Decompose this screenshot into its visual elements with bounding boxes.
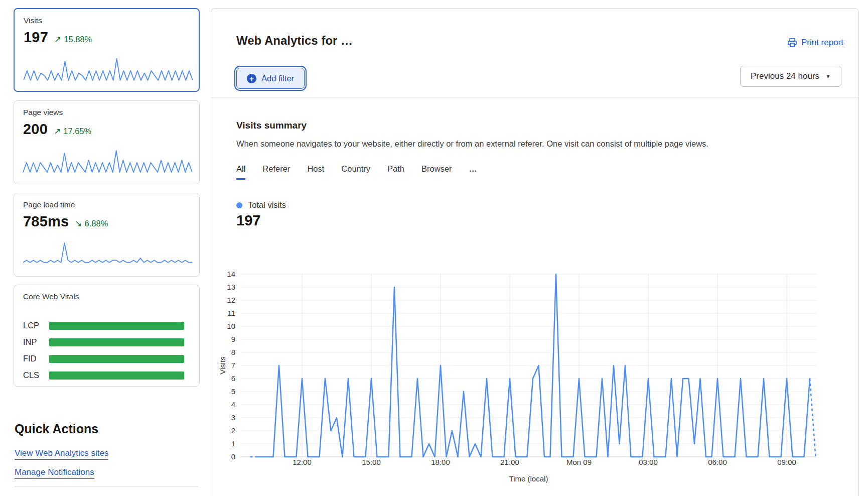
visits-trend: ↗ 15.88% [54,34,92,45]
svg-text:4: 4 [231,400,235,409]
svg-text:1: 1 [231,439,235,448]
svg-text:14: 14 [227,270,235,278]
core-web-vitals-rows: LCP INP FID CLS [23,317,184,384]
visits-summary-description: When someone navigates to your website, … [236,139,813,149]
svg-text:12: 12 [227,296,235,304]
page-load-time-sparkline [23,241,192,266]
svg-text:Time (local): Time (local) [509,474,548,483]
svg-text:10: 10 [227,322,235,330]
page-load-time-trend-value: 6.88% [85,219,108,228]
visits-card[interactable]: Visits 197 ↗ 15.88% [14,8,200,92]
tab-browser[interactable]: Browser [421,164,452,180]
legend-dot-icon [236,202,242,208]
tab-referer[interactable]: Referer [262,164,290,180]
trend-up-icon: ↗ [54,126,61,137]
legend-total-visits[interactable]: Total visits [236,200,286,210]
time-range-value: Previous 24 hours [751,71,819,81]
cwv-bar-cls [49,371,184,380]
visits-summary-title: Visits summary [236,120,307,131]
svg-text:13: 13 [227,283,235,291]
page-load-time-value: 785ms [23,213,69,230]
dimension-tabs: All Referer Host Country Path Browser … [236,164,478,180]
quick-actions-title: Quick Actions [15,422,98,436]
svg-text:9: 9 [231,335,235,343]
add-filter-label: Add filter [261,74,294,83]
core-web-vitals-title: Core Web Vitals [23,292,79,301]
page-title: Web Analytics for … [236,34,353,48]
header-divider [211,97,858,97]
tab-country[interactable]: Country [341,164,370,180]
add-filter-button[interactable]: + Add filter [236,68,305,89]
visits-trend-value: 15.88% [64,35,92,44]
chevron-down-icon: ▼ [825,73,831,79]
visits-value: 197 [24,29,48,46]
svg-text:11: 11 [227,309,235,317]
page-views-value: 200 [23,121,48,138]
cwv-bar-inp [49,338,184,346]
svg-text:5: 5 [231,387,235,396]
visits-line-chart: 0123456789101112131412:0015:0018:0021:00… [211,239,859,492]
page-load-time-trend: ↘ 6.88% [75,218,108,229]
time-range-dropdown[interactable]: Previous 24 hours ▼ [740,66,841,87]
svg-text:15:00: 15:00 [362,458,381,466]
visits-card-title: Visits [24,16,42,25]
svg-text:0: 0 [231,452,235,461]
svg-text:06:00: 06:00 [708,458,727,466]
page-views-trend: ↗ 17.65% [54,126,91,137]
cwv-row-inp: INP [23,334,184,350]
cwv-label-lcp: LCP [23,321,49,330]
svg-text:18:00: 18:00 [431,458,450,466]
cwv-row-lcp: LCP [23,317,184,334]
svg-text:Mon 09: Mon 09 [566,458,592,466]
total-visits-count: 197 [236,212,260,229]
page-load-time-card-title: Page load time [23,200,75,209]
trend-down-icon: ↘ [75,218,82,229]
tab-all[interactable]: All [236,164,245,180]
sidebar-divider [15,486,198,486]
cwv-row-fid: FID [23,350,184,367]
tabs-more-icon[interactable]: … [469,164,478,180]
cwv-label-cls: CLS [23,370,49,380]
core-web-vitals-card[interactable]: Core Web Vitals LCP INP FID CLS [14,285,200,387]
plus-circle-icon: + [247,74,256,83]
svg-text:21:00: 21:00 [500,458,519,466]
chart-canvas: 0123456789101112131412:0015:0018:0021:00… [211,239,859,492]
svg-text:09:00: 09:00 [777,458,796,466]
svg-text:8: 8 [231,348,235,356]
svg-text:3: 3 [231,413,235,422]
svg-text:12:00: 12:00 [293,458,312,466]
cwv-row-cls: CLS [23,367,184,384]
visits-sparkline [24,57,193,81]
svg-text:03:00: 03:00 [639,458,658,466]
tab-path[interactable]: Path [387,164,404,180]
page-load-time-card[interactable]: Page load time 785ms ↘ 6.88% [14,193,200,277]
page-views-card-title: Page views [23,108,63,117]
svg-text:2: 2 [231,426,235,435]
print-report-link[interactable]: Print report [787,38,843,48]
tab-host[interactable]: Host [307,164,324,180]
svg-text:7: 7 [231,361,235,369]
print-report-label: Print report [801,38,843,48]
cwv-label-inp: INP [23,337,49,347]
web-analytics-panel: Web Analytics for … Print report + Add f… [211,8,859,496]
cwv-label-fid: FID [23,354,49,363]
page-views-trend-value: 17.65% [63,127,91,136]
manage-notifications-link[interactable]: Manage Notifications [15,467,94,479]
svg-text:Visits: Visits [218,356,227,375]
printer-icon [787,38,797,48]
legend-label: Total visits [248,200,286,210]
page-views-card[interactable]: Page views 200 ↗ 17.65% [14,100,200,184]
cwv-bar-fid [49,355,184,363]
page-views-sparkline [23,149,192,173]
trend-up-icon: ↗ [54,34,61,45]
svg-text:6: 6 [231,374,235,383]
view-web-analytics-sites-link[interactable]: View Web Analytics sites [15,448,108,460]
cwv-bar-lcp [49,322,184,330]
